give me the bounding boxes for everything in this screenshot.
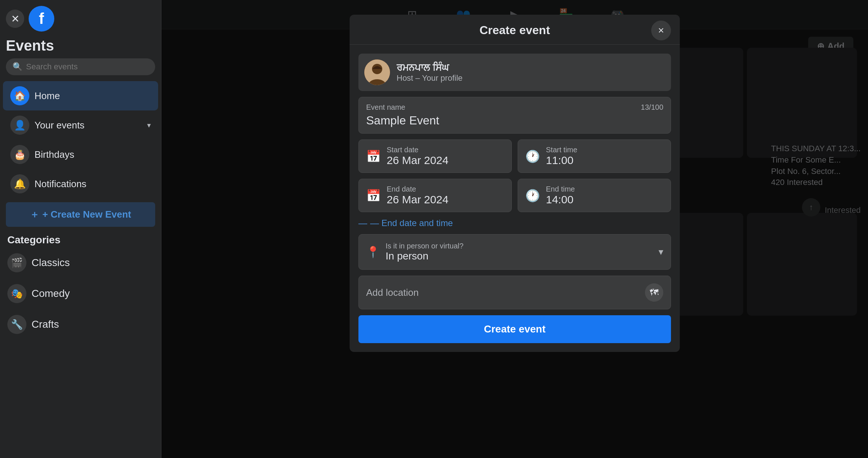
category-label: Comedy <box>32 288 70 299</box>
end-date-content: End date 26 Mar 2024 <box>387 185 448 206</box>
search-bar[interactable]: 🔍 <box>6 58 155 75</box>
create-event-btn-label: + Create New Event <box>42 209 131 220</box>
minus-icon: — <box>358 218 367 228</box>
search-input[interactable] <box>26 62 149 72</box>
sidebar-item-notifications[interactable]: 🔔 Notifications <box>3 169 158 199</box>
end-date-field[interactable]: 📅 End date 26 Mar 2024 <box>358 179 512 212</box>
sidebar-item-birthdays[interactable]: 🎂 Birthdays <box>3 140 158 169</box>
sidebar-item-label: Your events <box>34 120 84 131</box>
person-icon: 👤 <box>10 116 29 135</box>
end-date-label: End date <box>387 185 448 193</box>
host-name: ਰਮਨਪਾਲ ਸਿੰਘ <box>397 62 463 73</box>
sidebar-item-crafts[interactable]: 🔧 Crafts <box>0 309 161 340</box>
start-date-value: 26 Mar 2024 <box>387 154 448 167</box>
host-section: ਰਮਨਪਾਲ ਸਿੰਘ Host – Your profile <box>358 54 671 91</box>
event-name-field[interactable]: Event name 13/100 Sample Event <box>358 97 671 134</box>
end-datetime-row: 📅 End date 26 Mar 2024 🕐 End time 14:00 <box>358 179 671 212</box>
calendar-end-icon: 📅 <box>366 189 381 203</box>
add-location-button[interactable]: 🗺 <box>645 283 663 302</box>
location-content: Is it in person or virtual? In person <box>386 242 653 262</box>
add-location-field[interactable]: Add location 🗺 <box>358 276 671 309</box>
calendar-icon: 📅 <box>366 149 381 163</box>
chevron-down-icon: ▾ <box>659 246 663 258</box>
create-new-event-button[interactable]: ＋ + Create New Event <box>6 202 155 227</box>
location-value: In person <box>386 250 653 262</box>
sidebar-item-classics[interactable]: 🎬 Classics <box>0 247 161 278</box>
crafts-icon: 🔧 <box>7 315 26 334</box>
sidebar-item-comedy[interactable]: 🎭 Comedy <box>0 278 161 309</box>
modal-body: ਰਮਨਪਾਲ ਸਿੰਘ Host – Your profile Event na… <box>350 45 680 352</box>
end-date-link-label: — End date and time <box>370 218 453 228</box>
comedy-icon: 🎭 <box>7 284 26 303</box>
start-date-field[interactable]: 📅 Start date 26 Mar 2024 <box>358 139 512 173</box>
location-icon: 📍 <box>366 246 380 258</box>
start-date-content: Start date 26 Mar 2024 <box>387 146 448 167</box>
start-date-label: Start date <box>387 146 448 154</box>
search-icon: 🔍 <box>12 62 22 72</box>
sidebar-header: ✕ f <box>0 6 161 37</box>
end-time-label: End time <box>546 185 575 193</box>
start-datetime-row: 📅 Start date 26 Mar 2024 🕐 Start time 11… <box>358 139 671 173</box>
avatar <box>364 59 390 85</box>
host-subtitle: Host – Your profile <box>397 73 463 83</box>
sidebar: ✕ f Events 🔍 🏠 Home 👤 Your events ▾ 🎂 Bi… <box>0 0 161 458</box>
page-title: Events <box>0 37 161 58</box>
end-time-field[interactable]: 🕐 End time 14:00 <box>518 179 671 212</box>
category-label: Classics <box>32 257 70 269</box>
map-icon: 🗺 <box>650 287 659 298</box>
start-time-label: Start time <box>546 146 577 154</box>
end-time-value: 14:00 <box>546 193 575 206</box>
sidebar-item-home[interactable]: 🏠 Home <box>3 81 158 110</box>
event-name-label: Event name 13/100 <box>366 103 663 112</box>
char-count: 13/100 <box>641 103 663 112</box>
host-info: ਰਮਨਪਾਲ ਸਿੰਘ Host – Your profile <box>397 62 463 83</box>
avatar-image <box>364 59 390 85</box>
close-icon[interactable]: ✕ <box>6 10 24 28</box>
plus-icon: ＋ <box>30 208 39 221</box>
clock-end-icon: 🕐 <box>525 189 540 203</box>
sidebar-item-your-events[interactable]: 👤 Your events ▾ <box>3 110 158 140</box>
modal-header: Create event × <box>350 15 680 45</box>
location-dropdown[interactable]: 📍 Is it in person or virtual? In person … <box>358 234 671 270</box>
birthday-icon: 🎂 <box>10 145 29 164</box>
chevron-down-icon: ▾ <box>147 121 151 130</box>
event-name-value: Sample Event <box>366 114 663 127</box>
end-date-time-link[interactable]: — — End date and time <box>358 218 671 228</box>
end-date-value: 26 Mar 2024 <box>387 193 448 206</box>
modal-close-button[interactable]: × <box>651 21 671 40</box>
sidebar-item-label: Birthdays <box>34 149 74 160</box>
main-content: ⊞ 👥 ▶ 🏪 🎮 ⊕ Add THIS SUNDAY AT 12:3... T… <box>161 0 868 458</box>
start-time-content: Start time 11:00 <box>546 146 577 167</box>
modal-overlay: Create event × ਰਮਨਪਾ <box>161 0 868 458</box>
category-label: Crafts <box>32 319 59 330</box>
end-time-content: End time 14:00 <box>546 185 575 206</box>
add-location-text: Add location <box>366 287 419 298</box>
sidebar-item-label: Notifications <box>34 178 87 190</box>
clock-icon: 🕐 <box>525 149 540 163</box>
sidebar-item-label: Home <box>34 90 60 102</box>
start-time-field[interactable]: 🕐 Start time 11:00 <box>518 139 671 173</box>
classics-icon: 🎬 <box>7 253 26 272</box>
home-icon: 🏠 <box>10 86 29 105</box>
bell-icon: 🔔 <box>10 174 29 193</box>
facebook-logo: f <box>29 6 54 32</box>
create-event-submit-button[interactable]: Create event <box>358 315 671 343</box>
categories-title: Categories <box>0 230 161 247</box>
modal-title: Create event <box>479 23 550 37</box>
location-label: Is it in person or virtual? <box>386 242 653 250</box>
start-time-value: 11:00 <box>546 154 577 167</box>
create-event-modal: Create event × ਰਮਨਪਾ <box>350 15 680 352</box>
